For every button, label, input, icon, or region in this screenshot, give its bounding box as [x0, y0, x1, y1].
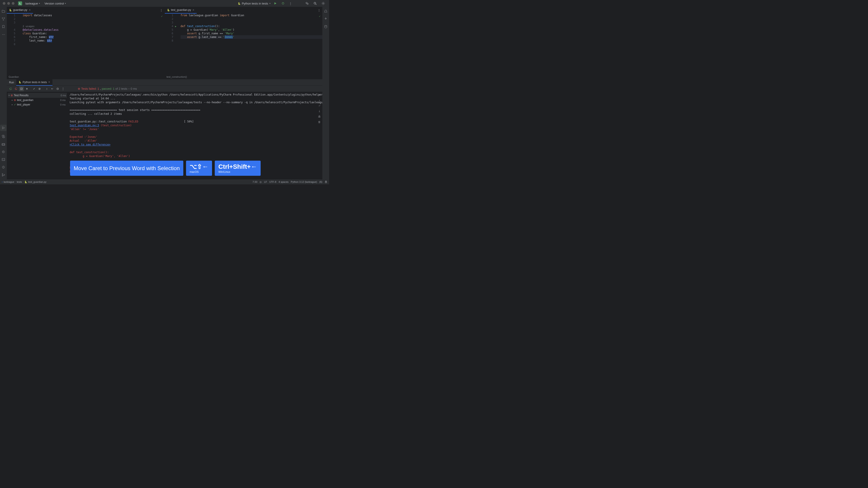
svg-point-22 [324, 25, 327, 26]
readonly-icon[interactable]: ◎ [259, 181, 262, 184]
breadcrumb-segment[interactable]: laxleague [4, 181, 14, 183]
rerun-button[interactable] [8, 86, 13, 91]
maximize-window-icon[interactable] [12, 2, 14, 5]
ai-assistant-icon[interactable] [323, 17, 328, 21]
soft-wrap-icon[interactable]: ⤶ [317, 104, 321, 108]
svg-point-9 [2, 18, 3, 19]
breadcrumb-item[interactable]: test_construction() [166, 75, 187, 78]
settings-icon[interactable] [320, 1, 327, 6]
console-line: Actual :'Allen' [70, 139, 320, 143]
python-packages-icon[interactable] [1, 142, 6, 147]
gutter: 1 2 3 4▶ 5 6 7 8 [165, 13, 175, 42]
svg-point-6 [314, 2, 316, 4]
chevron-right-icon[interactable]: ▸ [12, 103, 13, 106]
chevron-down-icon[interactable]: ▾ [8, 94, 10, 96]
bookmarks-tool-icon[interactable] [1, 24, 6, 29]
console-line: collecting ... collected 2 items [70, 112, 320, 116]
breadcrumb-segment[interactable]: tests [17, 181, 22, 183]
vcs-tool-icon[interactable] [1, 173, 6, 177]
expand-all-button[interactable] [50, 86, 55, 91]
scroll-to-end-icon[interactable]: ⤓ [317, 109, 321, 113]
svg-point-18 [3, 168, 4, 168]
search-icon[interactable] [312, 1, 318, 6]
python-console-icon[interactable] [1, 134, 6, 139]
indent-settings[interactable]: 4 spaces [278, 181, 288, 183]
terminal-icon[interactable] [1, 157, 6, 162]
run-test-gutter-icon[interactable]: ▶ [175, 25, 176, 28]
tab-menu-icon[interactable]: ⋮ [158, 8, 164, 12]
vcs-dropdown[interactable]: Version control ▾ [43, 1, 67, 6]
console-line: /Users/helenscott/PycharmProjects/laxlea… [70, 93, 320, 97]
close-tab-icon[interactable]: ✕ [192, 8, 194, 11]
line-separator[interactable]: LF [264, 181, 267, 183]
run-config-selector[interactable]: 🐍 Python tests in tests ▾ [238, 2, 271, 5]
scroll-up-icon[interactable]: ↑ [317, 93, 321, 97]
more-tools-icon[interactable]: ⋯ [1, 32, 6, 37]
debug-button[interactable] [280, 1, 286, 5]
svg-rect-15 [2, 158, 5, 161]
tab-guardian[interactable]: 🐍 guardian.py ✕ [7, 7, 33, 13]
inspection-ok-icon[interactable]: ✓ [319, 14, 320, 18]
problems-icon[interactable] [1, 165, 6, 169]
code-with-me-icon[interactable] [304, 1, 310, 6]
usages-hint[interactable]: 2 usages [23, 25, 35, 28]
project-dropdown[interactable]: laxleague ▾ [24, 1, 41, 6]
structure-tool-icon[interactable] [1, 17, 6, 21]
show-passed-button[interactable]: ✓ [32, 86, 37, 91]
breadcrumb[interactable]: ▫ laxleague › tests › 🐍 test_guardian.py [2, 181, 46, 183]
tab-test-guardian[interactable]: 🐍 test_guardian.py ✕ [165, 7, 197, 13]
chevron-down-icon: ▾ [65, 2, 66, 4]
test-tree-item-guardian[interactable]: ▸ ⊗ test_guardian 0 ms [8, 98, 67, 102]
cursor-position[interactable]: 7:33 [252, 181, 257, 183]
print-icon[interactable]: 🖶 [317, 115, 321, 119]
run-tool-icon[interactable] [0, 125, 6, 131]
breadcrumb-item[interactable]: Guardian [8, 75, 19, 78]
lock-icon[interactable] [324, 181, 327, 183]
fail-icon: ⊗ [11, 94, 13, 97]
test-tree[interactable]: ▾ ⊗ Test Results 0 ms ▸ ⊗ test_guardian … [7, 92, 68, 180]
clear-icon[interactable]: 🗑 [317, 120, 321, 124]
file-link[interactable]: test_guardian.py:3 [70, 124, 99, 127]
tab-menu-icon[interactable]: ⋮ [316, 8, 322, 12]
show-ignored-button[interactable]: ⊘ [37, 86, 42, 91]
breadcrumb-left[interactable]: Guardian [7, 74, 164, 79]
database-icon[interactable] [323, 24, 328, 29]
close-tab-icon[interactable]: ✕ [48, 80, 50, 84]
python-file-icon: 🐍 [167, 9, 170, 11]
toggle-auto-test-button[interactable] [19, 86, 24, 91]
rerun-failed-button[interactable] [13, 86, 19, 91]
test-history-button[interactable] [55, 86, 60, 91]
breadcrumb-segment[interactable]: test_guardian.py [28, 181, 46, 183]
chevron-right-icon[interactable]: ▸ [12, 99, 13, 101]
scroll-down-icon[interactable]: ↓ [317, 98, 321, 102]
project-badge[interactable]: L [18, 1, 22, 5]
more-icon[interactable]: ⋮ [61, 86, 66, 91]
tab-bar-left: 🐍 guardian.py ✕ ⋮ [7, 7, 164, 13]
code-editor-right[interactable]: ✓ 1 2 3 4▶ 5 6 7 8 from laxleague.guardi… [165, 13, 322, 74]
test-tree-item-player[interactable]: ▸ ✓ test_player 0 ms [8, 102, 67, 107]
close-window-icon[interactable] [3, 2, 5, 5]
project-tool-icon[interactable] [1, 9, 6, 13]
inspection-ok-icon[interactable]: ✓ [161, 14, 162, 18]
sort-button[interactable]: ↕ [44, 86, 49, 91]
run-button[interactable] [272, 1, 278, 5]
more-actions-icon[interactable]: ⋮ [288, 1, 293, 6]
python-file-icon: 🐍 [9, 9, 12, 11]
console-line: ============================= test sessi… [70, 108, 320, 112]
svg-rect-12 [2, 143, 5, 145]
breadcrumb-right[interactable]: test_construction() [165, 74, 322, 79]
minimize-window-icon[interactable] [7, 2, 10, 5]
run-config-tab[interactable]: 🐍 Python tests in tests ✕ [16, 79, 53, 86]
services-icon[interactable] [1, 150, 6, 154]
console-toolbar: ↑ ↓ ⤶ ⤓ 🖶 🗑 [317, 93, 321, 124]
diff-link[interactable]: <Click to see difference> [70, 143, 111, 146]
close-tab-icon[interactable]: ✕ [29, 8, 31, 11]
svg-point-20 [2, 175, 3, 176]
notification-count[interactable]: (6) [319, 181, 322, 183]
test-tree-root[interactable]: ▾ ⊗ Test Results 0 ms [8, 93, 67, 98]
interpreter[interactable]: Python 3.12 (laxleague) [291, 181, 317, 183]
notifications-icon[interactable] [323, 9, 328, 13]
code-editor-left[interactable]: ✓ 1 2 3 4 5 6 7 8 import dataclasses [7, 13, 164, 74]
stop-button[interactable] [24, 86, 29, 91]
file-encoding[interactable]: UTF-8 [269, 181, 276, 183]
